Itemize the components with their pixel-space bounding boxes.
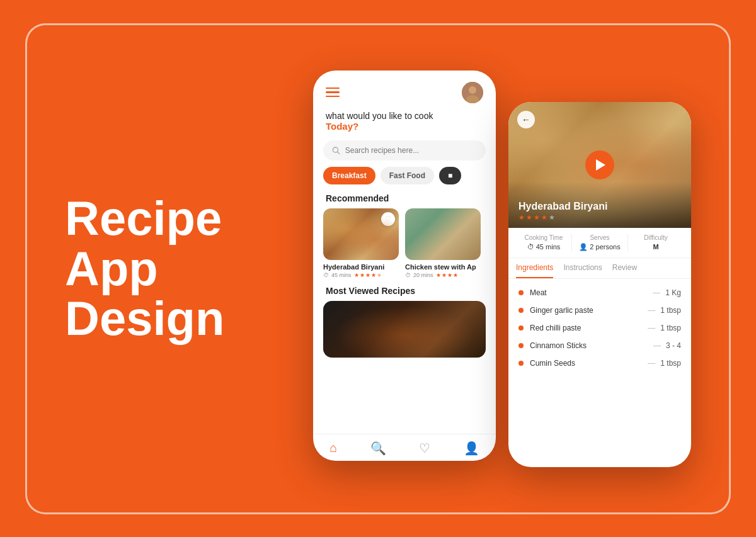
hero-stars: ★ ★ ★ ★ ★ <box>518 213 681 222</box>
tab-instructions[interactable]: Instructions <box>563 258 602 278</box>
nav-home-icon[interactable]: ⌂ <box>329 441 337 455</box>
greeting-line1: what would you like to cook <box>326 111 483 121</box>
tab-review[interactable]: Review <box>612 258 637 278</box>
recipe-card-chicken[interactable]: Chicken stew with Ap ⏱ 20 mins ★★★★ <box>405 208 481 278</box>
ingredient-chilli: Red chilli paste — 1 tbsp <box>518 319 681 337</box>
ingredient-name-meat: Meat <box>530 288 648 297</box>
serves-value: 👤 2 persons <box>572 243 627 251</box>
greeting-section: what would you like to cook Today? <box>313 108 496 138</box>
avatar[interactable] <box>462 82 483 103</box>
app-title: Recipe App Design <box>65 193 279 344</box>
ingredient-dash: — <box>648 359 655 368</box>
hero-title-bar: Hyderabad Biryani ★ ★ ★ ★ ★ <box>508 182 691 228</box>
detail-tabs: Ingredients Instructions Review <box>508 258 691 279</box>
recommended-section-title: Recommended <box>313 191 496 208</box>
search-input[interactable] <box>345 146 477 155</box>
back-button[interactable]: ← <box>517 111 535 128</box>
clock-icon: ⏱ <box>527 243 534 251</box>
nav-favorites-icon[interactable]: ♡ <box>419 441 430 456</box>
play-video-button[interactable] <box>585 150 614 179</box>
svg-point-1 <box>469 86 476 94</box>
heart-button-biryani[interactable]: ♡ <box>381 212 395 226</box>
ingredient-dash: — <box>653 341 661 350</box>
ingredient-name-cumin: Cumin Seeds <box>530 359 643 368</box>
search-bar[interactable] <box>323 140 486 161</box>
bottom-nav: ⌂ 🔍 ♡ 👤 <box>313 434 496 461</box>
person-icon: 👤 <box>579 243 588 251</box>
cooking-time-value: ⏱ 45 mins <box>516 243 571 251</box>
category-tags: Breakfast Fast Food ■ <box>313 167 496 191</box>
recipe-time-biryani: ⏱ <box>323 272 329 278</box>
phones-container: what would you like to cook Today? Break… <box>313 71 691 467</box>
recipe-time-value-biryani: 45 mins <box>331 272 352 278</box>
ingredient-dot <box>518 325 524 331</box>
hamburger-menu-button[interactable] <box>326 88 340 98</box>
recipe-card-img-biryani: ♡ <box>323 208 399 260</box>
category-fastfood[interactable]: Fast Food <box>381 167 434 184</box>
ingredients-list: Meat — 1 Kg Ginger garlic paste — 1 tbsp… <box>508 279 691 467</box>
ingredient-cumin: Cumin Seeds — 1 tbsp <box>518 354 681 372</box>
recipe-card-biryani[interactable]: ♡ Hyderabad Biryani ⏱ 45 mins ★★★★★ <box>323 208 399 278</box>
ingredient-ginger: Ginger garlic paste — 1 tbsp <box>518 302 681 319</box>
nav-search-icon[interactable]: 🔍 <box>370 441 386 456</box>
recipe-time-value-chicken: 20 mins <box>413 272 433 278</box>
recipe-card-title-chicken: Chicken stew with Ap <box>405 263 481 271</box>
recipe-time-chicken: ⏱ <box>405 272 411 278</box>
ingredient-dot <box>518 343 524 348</box>
phone1-header <box>313 71 496 108</box>
difficulty-cell: Difficulty M <box>628 234 684 251</box>
recipe-stars-chicken: ★★★★ <box>436 272 458 278</box>
ingredient-name-ginger: Ginger garlic paste <box>530 306 643 315</box>
cooking-time-cell: Cooking Time ⏱ 45 mins <box>516 234 572 251</box>
difficulty-value: M <box>628 243 684 251</box>
most-viewed-title: Most Viewed Recipes <box>313 283 496 301</box>
ingredient-dot <box>518 308 524 313</box>
ingredient-qty-ginger: 1 tbsp <box>660 306 681 315</box>
ingredient-dot <box>518 361 524 366</box>
ingredient-dash: — <box>648 324 655 332</box>
ingredient-qty-chilli: 1 tbsp <box>660 324 681 332</box>
most-viewed-image[interactable] <box>323 301 486 358</box>
svg-line-4 <box>338 152 340 154</box>
greeting-line2: Today? <box>326 121 483 132</box>
serves-label: Serves <box>572 234 627 241</box>
most-viewed-section: Most Viewed Recipes <box>313 278 496 358</box>
ingredient-name-chilli: Red chilli paste <box>530 324 643 332</box>
ingredient-name-cinnamon: Cinnamon Sticks <box>530 341 648 350</box>
search-icon <box>332 146 340 155</box>
phone2-detail-screen: ← Hyderabad Biryani ★ ★ ★ ★ ★ Cooking Ti… <box>508 102 691 467</box>
outer-card: Recipe App Design wh <box>25 23 731 514</box>
difficulty-label: Difficulty <box>628 234 684 241</box>
ingredient-cinnamon: Cinnamon Sticks — 3 - 4 <box>518 337 681 354</box>
serves-cell: Serves 👤 2 persons <box>572 234 628 251</box>
recipe-meta-chicken: ⏱ 20 mins ★★★★ <box>405 272 481 278</box>
ingredient-qty-cinnamon: 3 - 4 <box>666 341 681 350</box>
recipe-hero-image: ← Hyderabad Biryani ★ ★ ★ ★ ★ <box>508 102 691 228</box>
ingredient-meat: Meat — 1 Kg <box>518 284 681 302</box>
recipe-card-img-chicken <box>405 208 481 260</box>
ingredient-dot <box>518 290 524 295</box>
phone1-home-screen: what would you like to cook Today? Break… <box>313 71 496 461</box>
category-breakfast[interactable]: Breakfast <box>323 167 375 184</box>
recipe-card-title-biryani: Hyderabad Biryani <box>323 263 399 271</box>
ingredient-dash: — <box>653 288 660 297</box>
recipe-cards: ♡ Hyderabad Biryani ⏱ 45 mins ★★★★★ Chic… <box>313 208 496 278</box>
info-row: Cooking Time ⏱ 45 mins Serves 👤 2 person… <box>508 228 691 258</box>
cooking-time-label: Cooking Time <box>516 234 571 241</box>
nav-profile-icon[interactable]: 👤 <box>464 441 479 456</box>
ingredient-dash: — <box>648 306 655 315</box>
ingredient-qty-meat: 1 Kg <box>665 288 681 297</box>
recipe-meta-biryani: ⏱ 45 mins ★★★★★ <box>323 272 399 278</box>
recipe-stars-biryani: ★★★★★ <box>354 272 382 278</box>
category-other[interactable]: ■ <box>439 167 461 184</box>
hero-dish-name: Hyderabad Biryani <box>518 201 681 212</box>
ingredient-qty-cumin: 1 tbsp <box>660 359 681 368</box>
tab-ingredients[interactable]: Ingredients <box>516 258 553 278</box>
